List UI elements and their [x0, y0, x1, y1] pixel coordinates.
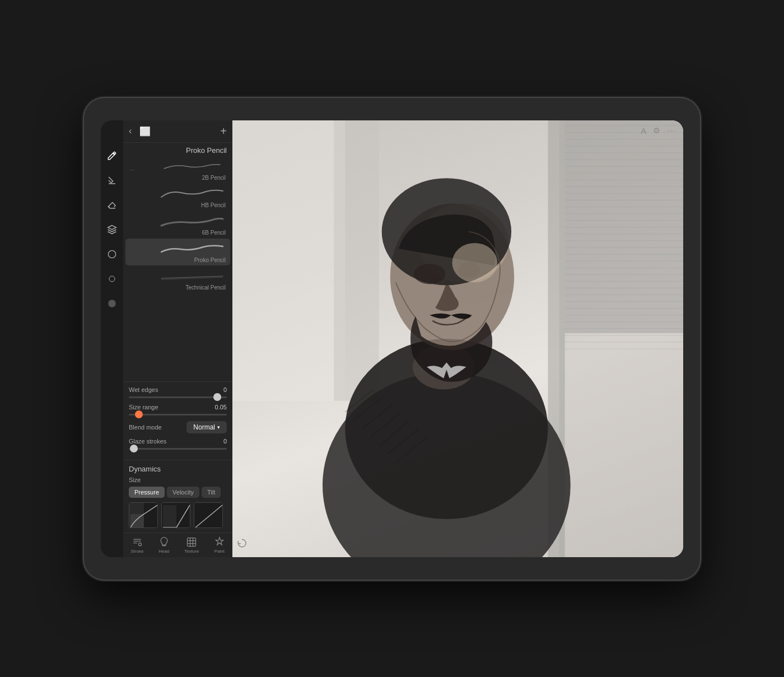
glaze-strokes-thumb[interactable] — [130, 445, 138, 452]
header-nav: ‹ ⬜ — [129, 126, 151, 137]
brush-list[interactable]: Proko Pencil ··· 2B Pencil — [123, 143, 232, 381]
blend-mode-value: Normal — [193, 423, 215, 431]
canvas-more-icon[interactable]: ··· — [667, 126, 675, 135]
svg-point-59 — [452, 242, 497, 282]
tab-stroke[interactable]: Stroke — [130, 536, 143, 554]
small-circle-tool[interactable] — [105, 272, 119, 286]
svg-point-1 — [109, 276, 115, 282]
dynamics-section: Dynamics Size Pressure Velocity Tilt — [123, 460, 232, 533]
brush-name-6b: 6B Pencil — [202, 230, 226, 236]
svg-point-0 — [108, 250, 115, 258]
brush-item[interactable]: 6B Pencil — [125, 211, 230, 238]
brush-stroke-proko — [158, 241, 226, 256]
brush-stroke-2b — [158, 158, 226, 174]
svg-rect-7 — [163, 505, 176, 527]
add-brush-button[interactable]: + — [220, 125, 227, 138]
dynamics-graphs — [129, 502, 227, 528]
brush-item[interactable]: ··· 2B Pencil — [125, 156, 230, 183]
wet-edges-label: Wet edges — [129, 386, 158, 393]
blend-mode-button[interactable]: Normal ▾ — [186, 421, 227, 433]
chevron-icon: ▾ — [217, 424, 220, 430]
bottom-tabs: Stroke Head Texture — [123, 533, 232, 557]
side-toolbar — [101, 120, 123, 557]
svg-point-2 — [108, 300, 116, 307]
brush-name-proko: Proko Pencil — [194, 257, 226, 263]
layers-tool[interactable] — [105, 222, 119, 237]
brush-name-hb: HB Pencil — [201, 202, 226, 208]
glaze-strokes-slider[interactable] — [129, 448, 227, 450]
tab-texture[interactable]: Texture — [184, 536, 199, 554]
brush-settings: Wet edges 0 Size range 0.05 Blend mode N… — [123, 381, 232, 460]
panel-header: ‹ ⬜ + — [123, 120, 232, 143]
dynamics-graph-1[interactable] — [129, 502, 158, 528]
tab-paint-label: Paint — [214, 549, 225, 554]
eraser-tool[interactable] — [105, 198, 119, 212]
dynamics-tabs: Pressure Velocity Tilt — [129, 487, 227, 498]
brush-panel: ‹ ⬜ + Proko Pencil ··· — [123, 120, 232, 557]
glaze-strokes-label: Glaze strokes — [129, 438, 166, 445]
wet-edges-slider[interactable] — [129, 396, 227, 398]
settings-icon[interactable]: ⚙ — [653, 126, 660, 135]
dynamics-tab-tilt[interactable]: Tilt — [202, 487, 221, 498]
svg-rect-10 — [188, 538, 196, 546]
size-range-label: Size range — [129, 404, 158, 410]
more-icon: ··· — [130, 166, 134, 172]
tab-stroke-label: Stroke — [130, 549, 143, 554]
canvas-area[interactable]: A ⚙ ··· — [232, 120, 683, 557]
tab-paint[interactable]: Paint — [214, 536, 225, 554]
brush-item-selected[interactable]: Proko Pencil — [125, 239, 230, 265]
smudge-tool[interactable] — [105, 173, 119, 188]
size-range-value: 0.05 — [215, 404, 227, 410]
brush-name-technical: Technical Pencil — [185, 284, 226, 291]
svg-rect-50 — [334, 120, 379, 401]
size-range-thumb[interactable] — [135, 410, 143, 418]
tab-texture-label: Texture — [184, 549, 199, 554]
svg-rect-8 — [194, 503, 223, 528]
text-tool-icon[interactable]: A — [641, 126, 646, 136]
dynamics-graph-2[interactable] — [161, 502, 190, 528]
tablet-device: ‹ ⬜ + Proko Pencil ··· — [84, 98, 700, 580]
glaze-strokes-row: Glaze strokes 0 — [129, 438, 227, 445]
svg-rect-49 — [232, 120, 345, 401]
svg-point-57 — [414, 264, 445, 284]
glaze-strokes-value: 0 — [223, 438, 227, 445]
svg-rect-5 — [130, 514, 144, 527]
blend-mode-row: Blend mode Normal ▾ — [129, 421, 227, 433]
brush-item[interactable]: HB Pencil — [125, 184, 230, 211]
brush-name-2b: 2B Pencil — [202, 175, 226, 181]
dynamics-title: Dynamics — [129, 465, 227, 473]
size-range-row: Size range 0.05 — [129, 404, 227, 410]
tablet-screen: ‹ ⬜ + Proko Pencil ··· — [101, 120, 683, 557]
tab-head[interactable]: Head — [158, 536, 170, 554]
dynamics-graph-3[interactable] — [194, 502, 223, 528]
color-dot[interactable] — [105, 296, 119, 311]
brush-stroke-technical — [158, 268, 226, 284]
wet-edges-thumb[interactable] — [213, 393, 221, 401]
dynamics-tab-velocity[interactable]: Velocity — [167, 487, 199, 498]
wet-edges-row: Wet edges 0 — [129, 386, 227, 393]
brush-category-label: Proko Pencil — [123, 143, 232, 156]
back-button[interactable]: ‹ — [129, 126, 132, 136]
blend-mode-label: Blend mode — [129, 424, 162, 431]
circle-tool[interactable] — [105, 247, 119, 262]
brush-stroke-hb — [158, 186, 226, 202]
brush-tool[interactable] — [105, 148, 119, 163]
svg-rect-48 — [565, 120, 683, 333]
brush-item[interactable]: Technical Pencil — [125, 266, 230, 293]
canvas-top-right: A ⚙ ··· — [641, 126, 675, 136]
size-range-slider[interactable] — [129, 414, 227, 415]
wet-edges-value: 0 — [223, 386, 227, 393]
undo-button[interactable] — [237, 538, 247, 550]
copy-button[interactable]: ⬜ — [139, 126, 151, 137]
dynamics-tab-pressure[interactable]: Pressure — [129, 487, 165, 498]
svg-point-9 — [138, 543, 141, 545]
brush-stroke-6b — [158, 213, 226, 229]
dynamics-size-label: Size — [129, 477, 227, 483]
tab-head-label: Head — [158, 549, 169, 554]
